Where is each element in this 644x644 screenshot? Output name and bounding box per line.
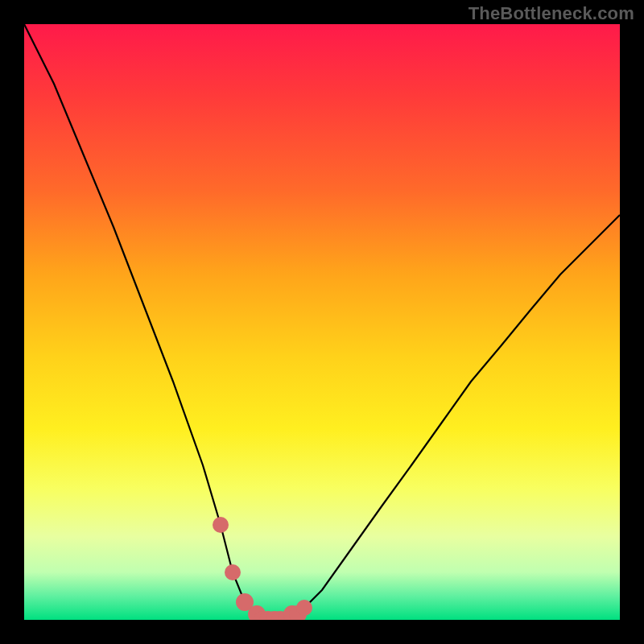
marker-group [213, 517, 312, 620]
plot-area [24, 24, 620, 620]
marker-point [296, 600, 312, 616]
watermark-text: TheBottleneck.com [469, 3, 634, 24]
bottleneck-curve [24, 24, 620, 620]
chart-frame: TheBottleneck.com [0, 0, 644, 644]
marker-point [213, 517, 229, 533]
chart-svg [24, 24, 620, 620]
marker-point [225, 564, 241, 580]
